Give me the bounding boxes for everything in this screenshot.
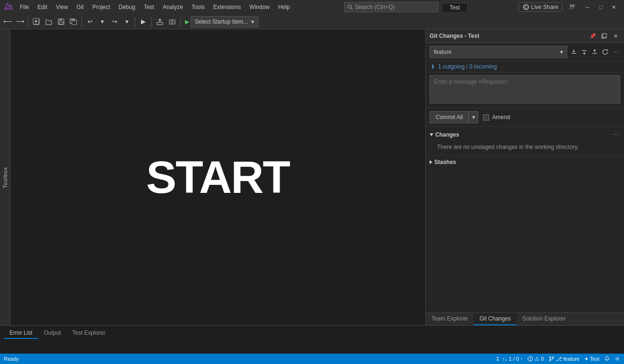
search-icon (347, 4, 353, 10)
amend-checkbox[interactable] (483, 114, 489, 121)
git-changes-panel: Git Changes - Test 📌 ✕ feature ▾ (425, 29, 624, 325)
svg-point-26 (552, 357, 554, 358)
close-button[interactable]: ✕ (608, 2, 620, 12)
menu-file[interactable]: File (16, 3, 33, 11)
startup-dropdown[interactable]: Select Startup Item... ▾ (191, 16, 258, 27)
status-bar: Ready ↑↓ 1 / 0 ↑ ⚠ 0 ⎇ feature ✦ Test (0, 354, 624, 364)
back-button[interactable]: ⟵ (2, 16, 13, 27)
status-sync[interactable]: ↑↓ 1 / 0 ↑ (495, 356, 523, 362)
tab-output[interactable]: Output (38, 328, 67, 339)
pull-icon[interactable] (580, 47, 589, 57)
refresh-icon[interactable] (600, 47, 610, 57)
redo-dropdown[interactable]: ▾ (121, 16, 132, 27)
status-bell[interactable] (604, 356, 610, 362)
editor-main-text: START (146, 151, 290, 203)
search-box[interactable]: Search (Ctrl+Q) (344, 2, 439, 12)
toolbox-sidebar[interactable]: Toolbox (0, 29, 10, 325)
stashes-title: Stashes (434, 159, 456, 165)
changes-header[interactable]: Changes ⋯ (430, 129, 620, 141)
live-share-button[interactable]: Live Share (519, 2, 562, 12)
menu-test[interactable]: Test (140, 3, 158, 11)
svg-rect-17 (169, 20, 175, 24)
startup-label: Select Startup Item... (195, 18, 248, 25)
pin-icon[interactable]: 📌 (588, 31, 598, 41)
menu-debug[interactable]: Debug (115, 3, 139, 11)
close-panel-button[interactable]: ✕ (611, 31, 620, 41)
tab-solution-explorer[interactable]: Solution Explorer (517, 313, 571, 325)
publish-button[interactable] (154, 16, 166, 27)
commit-dropdown-arrow[interactable]: ▾ (468, 111, 478, 123)
bottom-panel: Error List Output Test Explorer (0, 325, 624, 354)
more-options-icon[interactable]: ⋯ (611, 47, 620, 57)
collab-icon[interactable] (566, 1, 578, 13)
undo-dropdown[interactable]: ▾ (97, 16, 108, 27)
tab-test-explorer[interactable]: Test Explorer (67, 328, 111, 339)
maximize-button[interactable]: □ (595, 2, 607, 12)
svg-rect-16 (157, 22, 163, 25)
commit-all-label: Commit All (430, 111, 468, 123)
menu-extensions[interactable]: Extensions (210, 3, 245, 11)
status-errors[interactable]: ⚠ 0 (527, 356, 544, 362)
branch-row: feature ▾ ⋯ (426, 43, 624, 61)
redo-button[interactable]: ↪ (109, 16, 120, 27)
bottom-content-area (0, 339, 624, 354)
git-panel-actions: 📌 ✕ (588, 31, 620, 41)
tab-team-explorer[interactable]: Team Explorer (426, 313, 474, 325)
undo-button[interactable]: ↩ (84, 16, 96, 27)
tab-error-list[interactable]: Error List (4, 328, 38, 339)
menu-git[interactable]: Git (73, 3, 88, 11)
changes-more-icon[interactable]: ⋯ (611, 130, 620, 139)
new-solution-button[interactable] (31, 16, 42, 27)
toolbar-separator-4 (151, 17, 152, 26)
menu-project[interactable]: Project (88, 3, 114, 11)
commit-all-button[interactable]: Commit All ▾ (430, 111, 478, 123)
forward-button[interactable]: ⟶ (14, 16, 26, 27)
menu-edit[interactable]: Edit (34, 3, 51, 11)
settings-icon (615, 356, 620, 362)
toolbar-separator-5 (180, 17, 181, 26)
svg-rect-15 (73, 20, 75, 21)
git-panel-spacer (426, 169, 624, 312)
fetch-icon[interactable] (569, 47, 579, 57)
svg-point-25 (549, 360, 551, 361)
run-button[interactable]: ▶ (138, 16, 149, 27)
project-tab[interactable]: Test (441, 3, 468, 12)
commit-message-input[interactable] (430, 75, 620, 104)
main-area: Toolbox START Git Changes - Test 📌 ✕ fea… (0, 29, 624, 325)
push-icon[interactable] (590, 47, 599, 57)
branch-dropdown[interactable]: feature ▾ (430, 46, 567, 58)
stashes-expand-icon (430, 160, 432, 164)
menu-help[interactable]: Help (274, 3, 294, 11)
menu-view[interactable]: View (52, 3, 72, 11)
branch-icon (549, 356, 554, 362)
minimize-button[interactable]: ─ (581, 2, 594, 12)
git-panel-title: Git Changes - Test (430, 33, 479, 39)
title-bar: File Edit View Git Project Debug Test An… (0, 0, 624, 14)
menu-bar: File Edit View Git Project Debug Test An… (16, 3, 294, 11)
float-icon[interactable] (599, 31, 609, 41)
status-branch[interactable]: ⎇ feature (549, 356, 580, 362)
sync-arrows-icon (430, 63, 436, 70)
stashes-header[interactable]: Stashes (430, 157, 620, 167)
vs-logo-icon (4, 2, 13, 12)
project-name-status: ✦ Test (584, 356, 599, 362)
commit-actions: Commit All ▾ Amend (426, 108, 624, 127)
tab-git-changes[interactable]: Git Changes (474, 313, 517, 325)
changes-section: Changes ⋯ There are no unstaged changes … (426, 127, 624, 156)
status-project[interactable]: ✦ Test (584, 356, 599, 362)
save-button[interactable] (55, 16, 67, 27)
git-panel-header: Git Changes - Test 📌 ✕ (426, 29, 624, 43)
menu-analyze[interactable]: Analyze (159, 3, 187, 11)
save-all-button[interactable] (68, 16, 79, 27)
bell-icon (604, 356, 610, 362)
editor-area[interactable]: START (10, 29, 425, 325)
menu-window[interactable]: Window (246, 3, 273, 11)
branch-name: feature (434, 49, 451, 55)
screenshot-button[interactable] (167, 16, 178, 27)
changes-title: Changes (435, 131, 459, 138)
changes-header-left: Changes (430, 131, 459, 138)
svg-rect-10 (59, 19, 62, 21)
menu-tools[interactable]: Tools (188, 3, 209, 11)
sync-link[interactable]: 1 outgoing / 0 incoming (438, 63, 497, 70)
open-button[interactable] (43, 16, 54, 27)
